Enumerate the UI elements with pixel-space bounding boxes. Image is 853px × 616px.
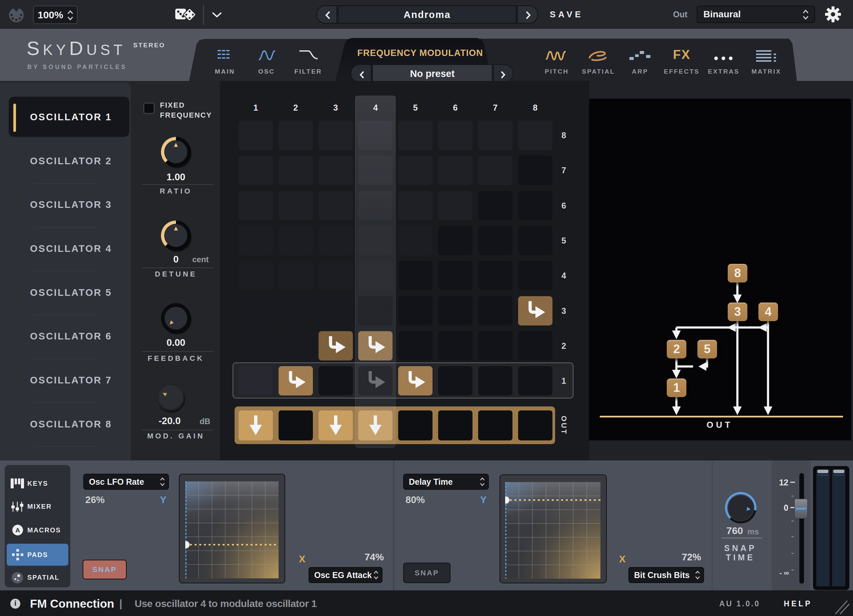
svg-text:A: A [15, 527, 20, 534]
